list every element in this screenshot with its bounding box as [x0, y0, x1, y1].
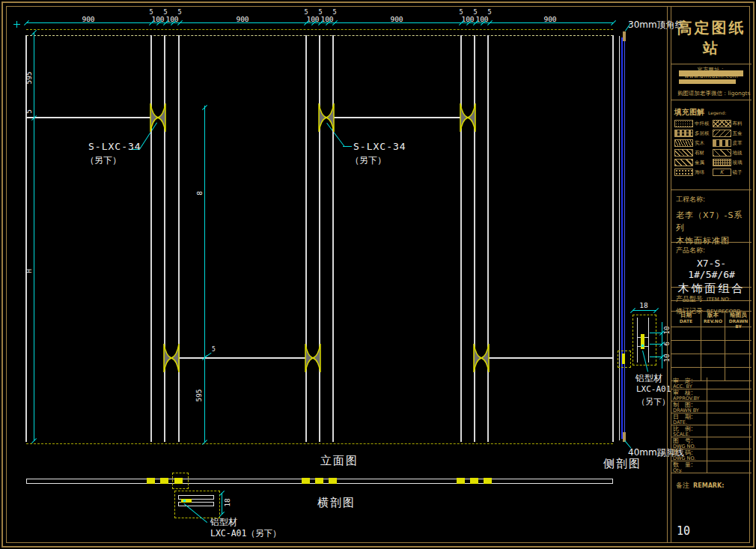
info-row-date: 日 期:DATE. — [671, 413, 752, 425]
profile-callout-note: （另下） — [85, 154, 121, 167]
joint-mark — [484, 478, 492, 484]
hatch-swatch-icon — [674, 130, 693, 137]
info-row-drawn: 制 图:DRAWN BY — [671, 401, 752, 413]
snap-point — [183, 500, 186, 502]
info-value-cell — [707, 401, 752, 413]
info-label-en: Qty. — [673, 468, 707, 473]
side-section-view-title: 侧剖图 — [603, 457, 641, 471]
rev-col-date: 日期 DATE — [671, 312, 701, 327]
panel-joint-vline — [164, 35, 165, 442]
info-value-cell — [707, 437, 752, 449]
redacted-bar — [679, 79, 736, 84]
dim-label: 900 — [236, 15, 249, 23]
info-label-en: DWG NO. — [673, 444, 707, 449]
project-label: 工程名称: — [676, 195, 747, 204]
hatch-swatch-icon — [713, 159, 731, 166]
legend-item: 玻璃 — [713, 159, 749, 166]
legend-item: 实木 — [674, 139, 711, 147]
legend-label: 玻璃 — [733, 160, 743, 166]
snap-point — [641, 345, 644, 347]
legend-label: 中纤板 — [695, 121, 710, 127]
dim-label: H — [25, 269, 33, 273]
hatch-swatch-icon — [674, 149, 693, 157]
side-detail-line — [648, 318, 649, 363]
joint-mark — [470, 478, 478, 484]
info-row-dwgno: 图 号:DWG NO. — [671, 437, 752, 449]
profile-callout-code: S-LXC-34 — [353, 141, 406, 152]
rev-col-zh: 版本 — [701, 312, 725, 318]
joint-mark — [147, 478, 155, 484]
legend-item: 中纤板 — [674, 120, 711, 127]
top-dashed-line-1 — [26, 29, 613, 30]
redacted-bar — [679, 70, 743, 76]
elevation-view-title: 立面图 — [320, 454, 359, 468]
legend-title: 填充图解 — [674, 108, 704, 116]
top-molding-mark — [623, 31, 626, 41]
dim-label: 5 — [487, 8, 491, 16]
rev-col-version: 版本 REV.NO — [701, 312, 725, 327]
product-label: 产品名称: — [676, 246, 747, 255]
remark-label: 备注 — [676, 482, 689, 489]
rev-col-drafter: 绘图员 DRAWN BY — [725, 312, 752, 327]
legend-label: 多层板 — [695, 130, 710, 137]
hatch-swatch-icon — [674, 169, 693, 176]
legend-section: 填充图解 Legend: 中纤板 布料 多层板 五金 实木 皮革 石材 地毯 金… — [671, 100, 752, 190]
revision-empty-row — [671, 341, 752, 354]
info-label-en: ACC. BY — [673, 384, 707, 389]
legend-item: 皮革 — [713, 139, 749, 147]
info-value-cell — [707, 461, 752, 473]
hatch-swatch-icon — [713, 120, 731, 127]
joint-mark — [302, 478, 310, 484]
aluminum-profile-glyph — [304, 343, 322, 373]
side-detail-line — [637, 318, 638, 363]
rev-col-zh: 日期 — [671, 312, 701, 318]
aluminum-insert — [641, 334, 644, 349]
panel-joint-vline — [319, 35, 320, 442]
revision-table-header: 日期 DATE 版本 REV.NO 绘图员 DRAWN BY — [671, 312, 752, 327]
legend-label: 五金 — [733, 130, 743, 137]
info-row-page: 页 码:DWG NO. — [671, 449, 752, 461]
info-row-qty: 数 量:Qty. — [671, 461, 752, 473]
panel-joint-vline — [305, 35, 307, 442]
hatch-swatch-icon — [674, 159, 693, 166]
info-row-acc: 审 定:ACC. BY — [671, 377, 752, 389]
bottom-dashed-line — [26, 443, 613, 444]
alu-callout-note: （另下） — [637, 396, 670, 407]
info-row-approve: 审 核:APPROV.BY — [671, 389, 752, 401]
legend-item: 金属 — [674, 159, 711, 166]
legend-item: K镜子 — [713, 169, 749, 176]
remark-label-en: REMARK: — [693, 482, 724, 489]
panel-joint-line — [483, 357, 613, 359]
reference-cross — [16, 21, 17, 28]
joint-mark — [160, 478, 168, 484]
rev-col-en: REV.NO — [701, 318, 725, 324]
dim-label: 900 — [82, 15, 94, 23]
panel-joint-vline — [487, 35, 489, 442]
left-dimension-line — [34, 32, 34, 440]
cross-section-view-title: 横剖图 — [317, 496, 356, 510]
revision-table: 日期 DATE 版本 REV.NO 绘图员 DRAWN BY — [671, 312, 752, 381]
title-block-promo-section: 购图请加老李微信：ligongts — [671, 64, 752, 100]
hatch-swatch-icon — [674, 120, 693, 127]
dim-label: 595 — [25, 71, 33, 84]
product-code: X7-S-1#/5#/6# — [676, 258, 747, 280]
detail-dimension-line — [632, 310, 656, 311]
panel-joint-line — [26, 117, 156, 118]
project-name-line1: 老李（X7）-S系列 — [676, 209, 747, 234]
legend-item: 布料 — [713, 120, 749, 127]
panel-joint-line — [328, 117, 466, 118]
cad-sheet: 900 5 100 5 100 5 900 5 100 5 100 5 900 … — [0, 0, 756, 549]
info-label-en: APPROV.BY — [673, 396, 707, 401]
legend-item: 多层板 — [674, 130, 711, 137]
alu-callout-name: 铝型材 — [210, 516, 237, 529]
side-section-blue-line — [621, 37, 623, 439]
dim-label: 8 — [195, 191, 204, 195]
info-value-cell — [707, 425, 752, 437]
hatch-swatch-icon — [713, 149, 731, 157]
info-label-en: DWG NO. — [673, 456, 707, 461]
hatch-swatch-icon — [713, 139, 731, 147]
item-no-section: 产品型号 ITEM NO: — [671, 288, 752, 301]
page-number: 10 — [677, 524, 690, 538]
project-name-section: 工程名称: 老李（X7）-S系列 木饰面标准图 — [671, 190, 752, 243]
middle-dimension-line — [204, 106, 205, 442]
